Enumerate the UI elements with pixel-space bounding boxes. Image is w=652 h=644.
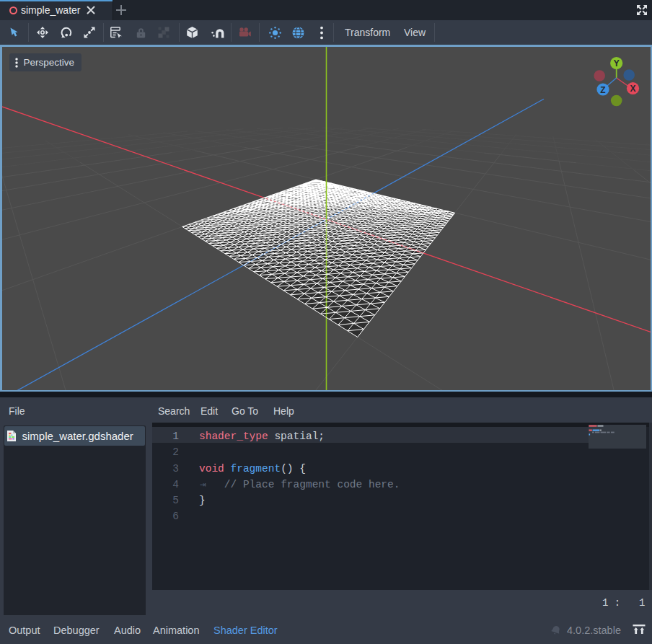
svg-text:Z: Z bbox=[600, 84, 605, 94]
svg-text:Y: Y bbox=[613, 58, 619, 69]
svg-text:X: X bbox=[630, 84, 635, 94]
